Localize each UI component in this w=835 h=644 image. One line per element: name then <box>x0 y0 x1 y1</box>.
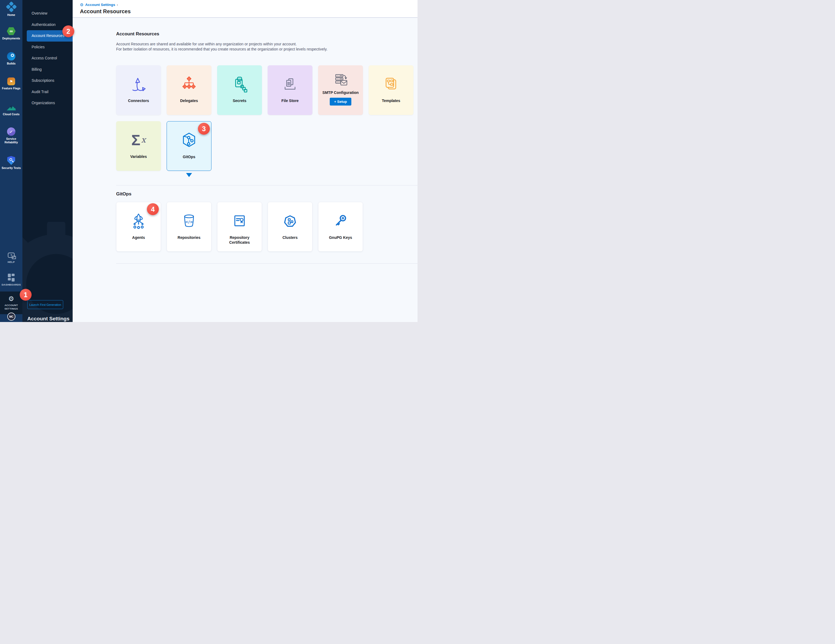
repositories-bucket-icon: </> <box>181 213 197 230</box>
secrets-icon <box>231 76 248 93</box>
card-repositories[interactable]: </> Repositories <box>167 202 211 251</box>
settings-menu: Overview Authentication Account Resource… <box>23 0 73 109</box>
card-label: Clusters <box>280 235 300 240</box>
rail-item-dashboards[interactable]: DASHBOARDS <box>0 274 23 286</box>
builds-icon <box>7 52 15 60</box>
card-label: Secrets <box>230 98 249 103</box>
sidenav-footer-title: Account Settings <box>27 316 70 322</box>
smtp-configuration-icon <box>333 72 348 88</box>
rail-item-deployments[interactable]: ∞ Deployments <box>0 27 23 40</box>
card-label: Agents <box>129 235 148 240</box>
card-gnupg-keys[interactable]: GnuPG Keys <box>318 202 363 251</box>
card-secrets[interactable]: Secrets <box>217 65 262 115</box>
rail-item-home[interactable]: Home <box>0 2 23 17</box>
menu-item-subscriptions[interactable]: Subscriptions <box>23 75 73 86</box>
resource-cards-row-2: Σx Variables <box>116 121 211 171</box>
deployments-icon: ∞ <box>7 27 16 36</box>
connectors-icon <box>130 76 147 93</box>
rail-item-label: Security Tests <box>2 166 21 170</box>
divider <box>116 185 418 185</box>
rail-item-label: Builds <box>7 62 15 65</box>
card-file-store[interactable]: File Store <box>268 65 312 115</box>
card-templates[interactable]: Templates <box>369 65 413 115</box>
rail-item-builds[interactable]: Builds <box>0 52 23 65</box>
menu-item-audit-trail[interactable]: Audit Trail <box>23 86 73 98</box>
home-icon <box>5 2 17 13</box>
menu-item-organizations[interactable]: Organizations <box>23 97 73 109</box>
templates-icon <box>383 76 400 93</box>
card-variables[interactable]: Σx Variables <box>116 121 161 171</box>
card-label: Templates <box>379 98 403 103</box>
gear-icon: ⚙ <box>8 295 14 302</box>
card-label: File Store <box>279 98 301 103</box>
menu-item-access-control[interactable]: Access Control <box>23 53 73 64</box>
annotation-step-badge: 1 <box>20 289 32 301</box>
card-label: SMTP Configuration <box>320 90 361 95</box>
card-clusters[interactable]: Clusters <box>268 202 312 251</box>
card-label: Repository Certificates <box>218 235 262 245</box>
rail-item-label: ACCOUNT SETTINGS <box>2 303 21 310</box>
rail-item-label: Cloud Costs <box>3 112 20 116</box>
gnupg-key-icon <box>332 213 349 230</box>
harness-account-settings-page: Home ∞ Deployments Builds ⚑ Feature Flag… <box>0 0 418 322</box>
rail-item-label: HELP <box>8 260 15 264</box>
file-store-icon <box>282 76 299 93</box>
divider <box>116 263 418 264</box>
page-title: Account Resources <box>80 8 418 15</box>
section-description: Account Resources are shared and availab… <box>116 42 328 52</box>
section-title: Account Resources <box>116 31 159 37</box>
card-label: Connectors <box>125 98 152 103</box>
rail-item-help[interactable]: ? HELP <box>0 253 23 264</box>
gitops-section-title: GitOps <box>116 191 132 197</box>
repository-certificates-icon <box>231 213 248 230</box>
rail-item-label: Feature Flags <box>2 87 20 90</box>
card-label: Delegates <box>177 98 201 103</box>
agents-squid-icon <box>130 213 147 230</box>
annotation-step-badge: 3 <box>198 123 210 135</box>
help-icon: ? <box>8 253 15 258</box>
menu-item-policies[interactable]: Policies <box>23 42 73 53</box>
card-label: GitOps <box>180 154 198 159</box>
rail-item-cloud-costs[interactable]: ☁$ Cloud Costs <box>0 103 23 116</box>
gitops-icon <box>181 132 197 149</box>
main-area: ⚙ Account Settings › Account Resources A… <box>73 0 418 322</box>
chevron-right-icon: › <box>117 3 118 7</box>
rail-item-label: Deployments <box>2 37 20 40</box>
rail-item-security-tests[interactable]: Security Tests <box>0 156 23 170</box>
breadcrumb: ⚙ Account Settings › <box>80 2 418 7</box>
annotation-step-badge: 2 <box>62 25 74 37</box>
page-header: ⚙ Account Settings › Account Resources <box>73 0 418 18</box>
menu-item-billing[interactable]: Billing <box>23 64 73 75</box>
clusters-icon <box>282 213 299 230</box>
rail-item-account-settings[interactable]: ⚙ ACCOUNT SETTINGS <box>0 292 23 314</box>
service-reliability-icon: ✓ <box>7 127 15 136</box>
user-avatar[interactable]: MC <box>7 313 15 321</box>
description-line: Account Resources are shared and availab… <box>116 42 328 47</box>
variables-sigma-icon: Σx <box>131 131 146 149</box>
rail-item-label: DASHBOARDS <box>2 283 21 286</box>
dashboards-icon <box>8 274 15 282</box>
card-connectors[interactable]: Connectors <box>116 65 161 115</box>
menu-item-overview[interactable]: Overview <box>23 8 73 19</box>
rail-item-service-reliability[interactable]: ✓ Service Reliability <box>0 127 23 144</box>
account-resources-content: Account Resources Account Resources are … <box>73 18 418 321</box>
delegates-icon <box>181 76 197 93</box>
description-line: For better isolation of resources, it is… <box>116 47 328 52</box>
svg-text:</>: </> <box>185 220 193 224</box>
launch-first-generation-button[interactable]: Launch First Generation <box>27 300 63 309</box>
rail-item-label: Home <box>7 13 15 17</box>
card-repository-certificates[interactable]: Repository Certificates <box>217 202 262 251</box>
settings-sidenav: Overview Authentication Account Resource… <box>23 0 73 322</box>
card-delegates[interactable]: Delegates <box>167 65 211 115</box>
rail-item-feature-flags[interactable]: ⚑ Feature Flags <box>0 78 23 90</box>
feature-flags-icon: ⚑ <box>7 78 15 85</box>
smtp-setup-button[interactable]: + Setup <box>330 98 351 105</box>
breadcrumb-account-settings-link[interactable]: Account Settings <box>85 3 115 7</box>
module-rail: Home ∞ Deployments Builds ⚑ Feature Flag… <box>0 0 23 322</box>
rail-item-label: Service Reliability <box>2 137 21 144</box>
annotation-step-badge: 4 <box>147 203 159 215</box>
resource-cards-row-1: Connectors Delegates <box>116 65 413 115</box>
cloud-costs-icon: ☁$ <box>6 103 17 111</box>
card-smtp-configuration[interactable]: SMTP Configuration + Setup <box>318 65 363 115</box>
card-label: Variables <box>127 154 149 159</box>
